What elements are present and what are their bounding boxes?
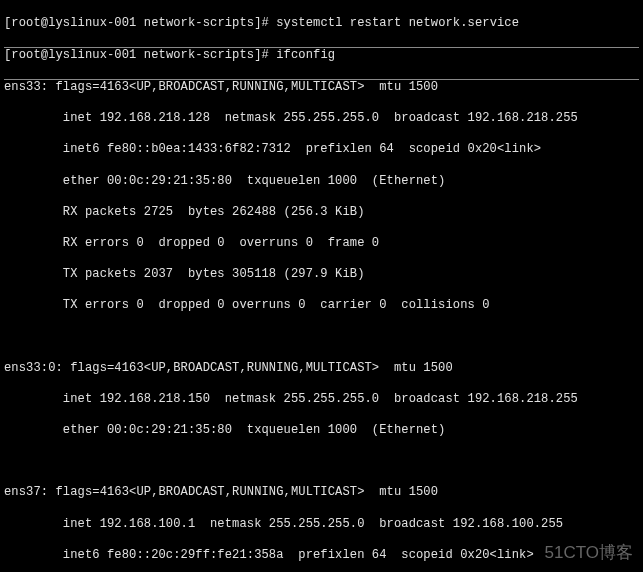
terminal-output[interactable]: [root@lyslinux-001 network-scripts]# sys… (0, 0, 643, 572)
blank-line (4, 454, 639, 470)
command-text: systemctl restart network.service (276, 16, 519, 30)
iface-detail: inet6 fe80::20c:29ff:fe21:358a prefixlen… (4, 548, 639, 564)
iface-detail: TX packets 2037 bytes 305118 (297.9 KiB) (4, 267, 639, 283)
iface-detail: inet 192.168.100.1 netmask 255.255.255.0… (4, 517, 639, 533)
blank-line (4, 329, 639, 345)
iface-header: ens37: flags=4163<UP,BROADCAST,RUNNING,M… (4, 485, 639, 501)
iface-detail: ether 00:0c:29:21:35:80 txqueuelen 1000 … (4, 423, 639, 439)
iface-detail: TX errors 0 dropped 0 overruns 0 carrier… (4, 298, 639, 314)
command-text: ifconfig (276, 48, 335, 62)
iface-detail: inet6 fe80::b0ea:1433:6f82:7312 prefixle… (4, 142, 639, 158)
iface-detail: inet 192.168.218.128 netmask 255.255.255… (4, 111, 639, 127)
iface-detail: inet 192.168.218.150 netmask 255.255.255… (4, 392, 639, 408)
iface-header: ens33:0: flags=4163<UP,BROADCAST,RUNNING… (4, 361, 639, 377)
iface-detail: RX errors 0 dropped 0 overruns 0 frame 0 (4, 236, 639, 252)
prompt-line: [root@lyslinux-001 network-scripts]# sys… (4, 16, 639, 32)
iface-detail: ether 00:0c:29:21:35:80 txqueuelen 1000 … (4, 174, 639, 190)
iface-header: ens33: flags=4163<UP,BROADCAST,RUNNING,M… (4, 79, 639, 96)
iface-detail: RX packets 2725 bytes 262488 (256.3 KiB) (4, 205, 639, 221)
prompt-line: [root@lyslinux-001 network-scripts]# ifc… (4, 47, 639, 64)
